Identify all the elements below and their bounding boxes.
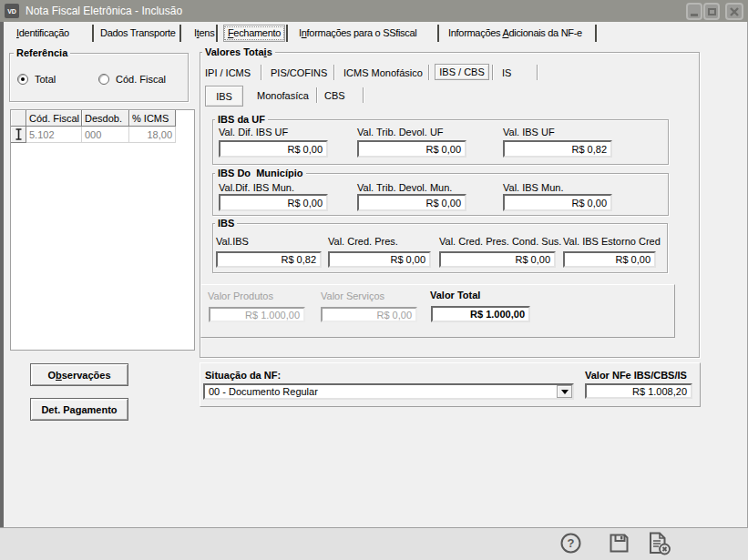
- tab-itens[interactable]: Itens: [194, 26, 214, 40]
- valor-produtos-field: R$ 1.000,00: [209, 307, 305, 322]
- window-left-border: [0, 22, 4, 560]
- tax-tab-divider: [428, 65, 429, 80]
- ibs-tab-divider: [363, 87, 364, 103]
- minimize-icon: [691, 14, 698, 16]
- radio-total[interactable]: Total: [17, 74, 56, 85]
- tab-informacoes-ssfiscal[interactable]: Informações para o SSfiscal: [299, 26, 417, 40]
- valores-totais-title: Valores Totais: [202, 46, 275, 57]
- tab-informacoes-adicionais[interactable]: Informações Adicionais da NF-e: [448, 26, 582, 40]
- val-ibs-estorno-cred-label: Val. IBS Estorno Cred: [563, 236, 661, 247]
- window: VD Nota Fiscal Eletrônica - Inclusão Ide…: [0, 0, 748, 560]
- radio-cod-fiscal-circle: [98, 74, 109, 85]
- val-dif-ibs-mun-field[interactable]: R$ 0,00: [219, 194, 328, 211]
- val-ibs-mun-label: Val. IBS Mun.: [503, 182, 563, 193]
- ibs-da-uf-title: IBS da UF: [215, 114, 268, 125]
- val-cred-pres-field[interactable]: R$ 0,00: [328, 251, 431, 268]
- tax-tab-ibs-cbs-label: IBS / CBS: [439, 66, 485, 77]
- radio-total-circle: [17, 74, 28, 85]
- val-ibs-estorno-cred-field[interactable]: R$ 0,00: [563, 251, 656, 268]
- radio-total-label: Total: [35, 74, 56, 85]
- grid-row-selector[interactable]: [11, 127, 26, 143]
- valor-nfe-field[interactable]: R$ 1.008,20: [585, 383, 692, 399]
- val-ibs-mun-field[interactable]: R$ 0,00: [503, 194, 612, 211]
- val-dif-ibs-mun-label: Val.Dif. IBS Mun.: [219, 182, 294, 193]
- grid-header-desdob: Desdob.: [82, 110, 129, 127]
- val-cred-pres-cond-sus-label: Val. Cred. Pres. Cond. Sus.: [439, 236, 561, 247]
- tab-divider: [437, 25, 439, 42]
- close-icon: [730, 7, 739, 16]
- titlebar: VD Nota Fiscal Eletrônica - Inclusão: [0, 0, 748, 22]
- tax-tab-divider: [537, 65, 538, 80]
- situacao-dropdown-button[interactable]: [557, 385, 572, 398]
- grid-header-selector: [11, 110, 26, 127]
- tax-tab-pis-cofins[interactable]: PIS/COFINS: [271, 67, 327, 78]
- val-ibs-uf-label: Val. IBS UF: [503, 127, 555, 137]
- tab-divider: [286, 25, 288, 42]
- valor-total-field: R$ 1.000,00: [431, 306, 530, 322]
- val-trib-devol-mun-label: Val. Trib. Devol. Mun.: [357, 182, 452, 193]
- valor-total-label: Valor Total: [430, 290, 480, 300]
- situacao-label: Situação da NF:: [205, 370, 281, 381]
- window-title: Nota Fiscal Eletrônica - Inclusão: [26, 0, 182, 22]
- val-trib-devol-uf-label: Val. Trib. Devol. UF: [357, 127, 444, 137]
- minimize-button[interactable]: [686, 3, 702, 20]
- grid-header-cod-fiscal: Cód. Fiscal: [26, 110, 82, 127]
- valor-produtos-label: Valor Produtos: [208, 290, 273, 301]
- grid-cell-desdob[interactable]: 000: [82, 127, 129, 143]
- dropdown-arrow-icon: [561, 390, 569, 394]
- tab-divider: [595, 25, 597, 42]
- valor-servicos-field: R$ 0,00: [321, 307, 417, 322]
- valor-nfe-label: Valor NFe IBS/CBS/IS: [585, 370, 687, 381]
- tax-tab-ibs-cbs[interactable]: IBS / CBS: [435, 64, 489, 80]
- items-grid[interactable]: Cód. Fiscal Desdob. % ICMS 5.102 000 18,…: [10, 109, 195, 351]
- tab-fechamento-label: Fechamento: [224, 26, 284, 40]
- help-icon[interactable]: ?: [560, 533, 581, 554]
- cancel-note-icon[interactable]: [647, 532, 672, 555]
- ibs-tab-divider: [316, 87, 317, 103]
- observacoes-button[interactable]: Observações: [30, 363, 128, 386]
- maximize-icon: [708, 8, 716, 15]
- tax-tab-is[interactable]: IS: [502, 67, 511, 78]
- det-pagamento-button[interactable]: Det. Pagamento: [30, 398, 128, 421]
- ibs-tab-cbs[interactable]: CBS: [324, 90, 345, 101]
- tax-tab-divider: [492, 65, 493, 80]
- referencia-title: Referência: [14, 47, 70, 58]
- tab-fechamento[interactable]: Fechamento: [223, 25, 285, 42]
- val-dif-ibs-uf-field[interactable]: R$ 0,00: [219, 140, 328, 158]
- app-icon: VD: [5, 4, 19, 18]
- tax-tab-divider: [261, 65, 261, 80]
- ibs-municipio-title: IBS Do Município: [215, 168, 306, 178]
- ibs-tab-monofasica[interactable]: Monofasíca: [257, 90, 309, 101]
- tab-dados-transporte[interactable]: Dados Transporte: [100, 26, 176, 40]
- tax-tab-icms-monofasico[interactable]: ICMS Monofásico: [343, 67, 423, 78]
- situacao-value: 00 - Documento Regular: [205, 386, 557, 397]
- val-ibs-uf-field[interactable]: R$ 0,82: [503, 140, 612, 158]
- grid-cell-cod-fiscal[interactable]: 5.102: [26, 127, 82, 143]
- val-ibs-label: Val.IBS: [216, 236, 249, 247]
- ibeam-cursor-icon: [15, 128, 23, 140]
- radio-cod-fiscal-label: Cód. Fiscal: [116, 74, 166, 85]
- maximize-button[interactable]: [703, 3, 720, 20]
- save-icon[interactable]: [609, 533, 630, 554]
- val-trib-devol-mun-field[interactable]: R$ 0,00: [357, 194, 466, 211]
- tax-tab-ipi-icms[interactable]: IPI / ICMS: [205, 67, 251, 78]
- val-dif-ibs-uf-label: Val. Dif. IBS UF: [219, 127, 288, 137]
- ibs-tab-ibs-label: IBS: [216, 91, 232, 102]
- valor-servicos-label: Valor Serviços: [321, 290, 384, 301]
- ibs-tab-ibs[interactable]: IBS: [205, 86, 243, 107]
- footer-bar: ?: [0, 527, 748, 560]
- tax-tab-divider: [333, 65, 334, 80]
- tab-divider: [179, 25, 181, 42]
- tab-identificacao[interactable]: Identificação: [16, 26, 69, 40]
- tab-divider: [92, 25, 94, 42]
- situacao-combobox[interactable]: 00 - Documento Regular: [203, 383, 574, 400]
- val-cred-pres-cond-sus-field[interactable]: R$ 0,00: [439, 251, 556, 268]
- radio-cod-fiscal[interactable]: Cód. Fiscal: [98, 74, 166, 85]
- close-button[interactable]: [725, 3, 743, 20]
- val-trib-devol-uf-field[interactable]: R$ 0,00: [357, 140, 466, 158]
- grid-cell-icms[interactable]: 18,00: [129, 127, 176, 143]
- ibs-group-title: IBS: [215, 218, 237, 229]
- val-ibs-field[interactable]: R$ 0,82: [216, 251, 322, 268]
- val-cred-pres-label: Val. Cred. Pres.: [328, 236, 398, 247]
- svg-text:?: ?: [568, 536, 575, 550]
